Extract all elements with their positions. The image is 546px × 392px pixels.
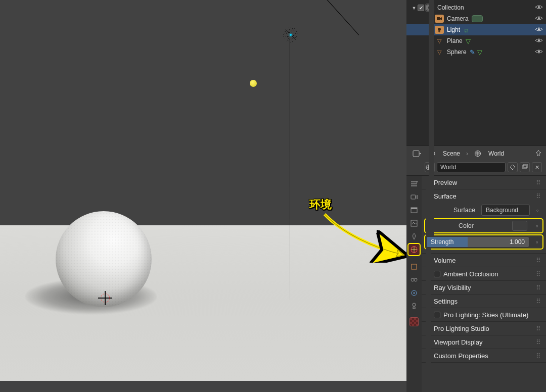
properties-body: Preview ⠿ Surface ⠿ Surface Background xyxy=(406,176,546,392)
svg-rect-17 xyxy=(411,208,417,209)
light-vertical-line xyxy=(290,38,290,300)
pin-icon[interactable] xyxy=(535,150,542,158)
surface-strength-slider[interactable]: Strength 1.000 xyxy=(426,236,529,248)
panel-header-settings[interactable]: Settings ⠿ xyxy=(422,295,546,308)
visibility-toggle[interactable] xyxy=(535,48,543,56)
panel-label: Viewport Display xyxy=(434,338,483,346)
outliner-collection-row[interactable]: Collection xyxy=(406,2,546,13)
right-panel: Collection Camera xyxy=(406,0,546,392)
outliner-item-label: Sphere xyxy=(447,48,467,56)
panel-grip-icon[interactable]: ⠿ xyxy=(536,179,542,186)
constraints-tab[interactable] xyxy=(408,274,420,286)
world-datablock-row: ▾ World ✕ xyxy=(406,161,546,175)
tool-settings-tab[interactable] xyxy=(408,178,420,190)
panel-ray-visibility: Ray Visibility ⠿ xyxy=(422,281,546,295)
viewlayer-tab[interactable] xyxy=(408,217,420,229)
panel-grip-icon[interactable]: ⠿ xyxy=(536,298,542,305)
properties-header: Scene World ▾ World ✕ xyxy=(406,145,546,176)
panel-header-viewport[interactable]: Viewport Display ⠿ xyxy=(422,335,546,349)
texture-tab[interactable] xyxy=(410,317,419,326)
panel-header-volume[interactable]: Volume ⠿ xyxy=(422,254,546,267)
panel-ambient-occlusion: Ambient Occlusion ⠿ xyxy=(422,267,546,281)
modifier-icon: ✎ xyxy=(470,48,475,56)
new-world-button[interactable] xyxy=(520,162,530,172)
panel-grip-icon[interactable]: ⠿ xyxy=(536,270,542,278)
outliner-item-camera[interactable]: Camera xyxy=(406,13,546,24)
panel-header-ray[interactable]: Ray Visibility ⠿ xyxy=(422,281,546,294)
object-tab[interactable] xyxy=(408,261,420,273)
visibility-toggle[interactable] xyxy=(535,37,543,45)
svg-rect-13 xyxy=(523,165,526,169)
mesh-icon: ▽ xyxy=(435,48,444,56)
panel-header-ao[interactable]: Ambient Occlusion ⠿ xyxy=(422,267,546,280)
surface-strength-row: Strength 1.000 xyxy=(426,236,542,248)
scene-tab[interactable] xyxy=(408,230,420,242)
collection-checkbox[interactable] xyxy=(418,5,424,11)
panel-header-custom[interactable]: Custom Properties ⠿ xyxy=(422,349,546,362)
node-socket-icon[interactable] xyxy=(532,236,541,248)
svg-rect-8 xyxy=(413,151,419,157)
panel-volume: Volume ⠿ xyxy=(422,254,546,267)
breadcrumb-world[interactable]: World xyxy=(486,149,506,159)
properties-tab-rail xyxy=(406,176,422,392)
disclosure-triangle-icon[interactable] xyxy=(429,0,434,248)
camera-data-badge xyxy=(472,15,483,22)
unlink-world-button[interactable]: ✕ xyxy=(532,162,542,172)
proskies-checkbox[interactable] xyxy=(434,312,440,318)
panel-header-proskies[interactable]: Pro Lighting: Skies (Ultimate) xyxy=(422,308,546,321)
fake-user-button[interactable] xyxy=(508,162,518,172)
svg-point-22 xyxy=(414,278,417,281)
panel-label: Custom Properties xyxy=(434,352,488,360)
node-socket-icon[interactable] xyxy=(532,220,541,231)
panel-viewport-display: Viewport Display ⠿ xyxy=(422,335,546,349)
panel-header-prostudio[interactable]: Pro Lighting Studio ⠿ xyxy=(422,322,546,335)
svg-point-21 xyxy=(411,278,414,281)
breadcrumb: Scene World xyxy=(406,146,546,161)
world-icon[interactable] xyxy=(472,149,483,159)
outliner-item-sphere[interactable]: ▽ Sphere ✎ ▽ xyxy=(406,46,546,58)
panel-grip-icon[interactable]: ⠿ xyxy=(536,352,542,360)
svg-point-6 xyxy=(538,39,540,41)
panel-label: Volume xyxy=(434,257,456,264)
visibility-toggle[interactable] xyxy=(535,4,543,12)
node-socket-icon[interactable] xyxy=(533,205,542,216)
svg-rect-15 xyxy=(411,195,416,199)
sun-light-gizmo[interactable] xyxy=(283,27,298,42)
panel-grip-icon[interactable]: ⠿ xyxy=(536,325,542,332)
objectdata-tab[interactable] xyxy=(408,300,420,312)
panel-label: Ray Visibility xyxy=(434,284,471,291)
panel-grip-icon[interactable]: ⠿ xyxy=(536,338,542,346)
ao-checkbox[interactable] xyxy=(434,271,440,277)
cursor-3d xyxy=(99,292,111,304)
output-tab[interactable] xyxy=(408,204,420,216)
outliner-item-light[interactable]: Light ☼ xyxy=(406,24,546,35)
outliner-item-plane[interactable]: ▽ Plane ▽ xyxy=(406,35,546,46)
panel-grip-icon[interactable]: ⠿ xyxy=(536,284,542,291)
panel-label: Ambient Occlusion xyxy=(443,270,498,278)
strength-value: 1.000 xyxy=(510,238,525,246)
light-origin-dot xyxy=(250,80,257,87)
visibility-toggle[interactable] xyxy=(535,15,543,23)
physics-tab[interactable] xyxy=(408,287,420,299)
render-tab[interactable] xyxy=(408,191,420,203)
outliner[interactable]: Collection Camera xyxy=(406,0,546,145)
viewport-3d[interactable]: 环境 xyxy=(0,0,406,392)
panel-grip-icon[interactable]: ⠿ xyxy=(536,257,542,264)
panel-pro-skies: Pro Lighting: Skies (Ultimate) xyxy=(422,308,546,322)
svg-point-2 xyxy=(538,6,540,8)
panel-pro-studio: Pro Lighting Studio ⠿ xyxy=(422,322,546,335)
surface-shader-value[interactable]: Background xyxy=(481,205,530,216)
disclosure-triangle-icon[interactable] xyxy=(412,4,417,11)
panel-grip-icon[interactable]: ⠿ xyxy=(536,192,542,200)
panel-label: Settings xyxy=(434,298,458,305)
panel-label: Pro Lighting Studio xyxy=(434,325,489,332)
svg-point-25 xyxy=(413,303,416,306)
surface-color-swatch[interactable] xyxy=(512,221,527,231)
annotation-label: 环境 xyxy=(309,197,332,212)
editor-type-button[interactable] xyxy=(411,149,424,159)
panel-custom-properties: Custom Properties ⠿ xyxy=(422,349,546,363)
svg-rect-20 xyxy=(412,264,417,269)
visibility-toggle[interactable] xyxy=(535,26,543,34)
world-tab[interactable] xyxy=(408,243,420,256)
panel-settings: Settings ⠿ xyxy=(422,295,546,308)
